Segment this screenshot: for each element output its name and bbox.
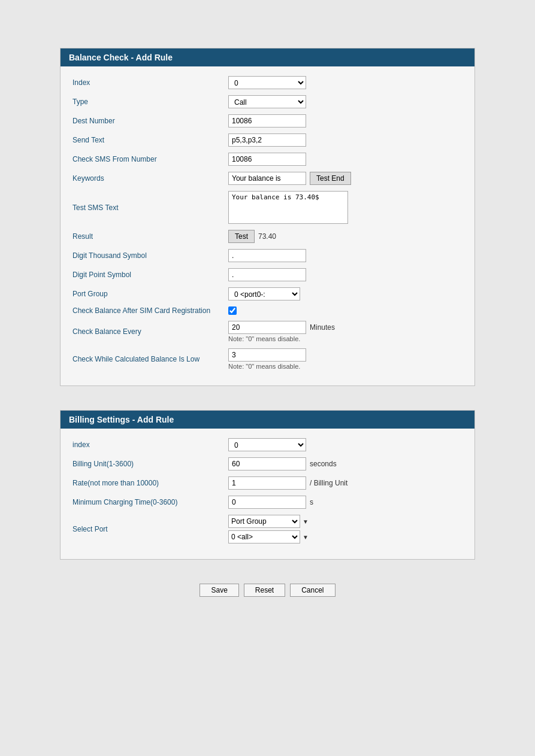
check-sms-from-row: Check SMS From Number (72, 153, 463, 166)
result-label: Result (72, 232, 228, 241)
test-sms-text-row: Test SMS Text Your balance is 73.40$ (72, 191, 463, 224)
billing-unit-controls: seconds (228, 457, 337, 470)
min-charging-controls: s (228, 496, 313, 509)
check-every-input[interactable] (228, 321, 306, 334)
check-after-sim-checkbox[interactable] (228, 306, 237, 315)
index-select[interactable]: 0 (228, 76, 306, 89)
index-row: Index 0 (72, 76, 463, 89)
cancel-button[interactable]: Cancel (290, 584, 335, 597)
billing-settings-panel: Billing Settings - Add Rule index 0 Bill… (60, 410, 475, 560)
dest-number-label: Dest Number (72, 117, 228, 125)
check-when-low-note: Note: "0" means disable. (228, 363, 306, 370)
per-billing-unit-label: / Billing Unit (310, 479, 347, 487)
send-text-input[interactable] (228, 133, 306, 147)
check-sms-from-label: Check SMS From Number (72, 155, 228, 163)
port-group-row: Port Group 0 <port0-: (72, 287, 463, 300)
check-after-sim-label: Check Balance After SIM Card Registratio… (72, 306, 228, 315)
page-wrapper: Balance Check - Add Rule Index 0 Type Ca… (0, 0, 535, 756)
keywords-label: Keywords (72, 174, 228, 183)
result-row: Result Test 73.40 (72, 230, 463, 243)
rate-input[interactable] (228, 476, 306, 490)
send-text-row: Send Text (72, 133, 463, 147)
bottom-buttons: Save Reset Cancel (60, 584, 475, 597)
test-button[interactable]: Test (228, 230, 255, 243)
port-group-label: Port Group (72, 290, 228, 298)
balance-check-panel: Balance Check - Add Rule Index 0 Type Ca… (60, 48, 475, 386)
billing-unit-label: Billing Unit(1-3600) (72, 460, 228, 468)
select-port-row: Select Port Port Group ▼ 0 <all> ▼ (72, 515, 463, 544)
billing-unit-input[interactable] (228, 457, 306, 470)
type-label: Type (72, 98, 228, 106)
reset-button[interactable]: Reset (244, 584, 285, 597)
select-port-label: Select Port (72, 525, 228, 533)
digit-thousand-input[interactable] (228, 249, 306, 262)
billing-index-select[interactable]: 0 (228, 438, 306, 451)
digit-thousand-label: Digit Thousand Symbol (72, 251, 228, 260)
min-charging-row: Minimum Charging Time(0-3600) s (72, 496, 463, 509)
billing-settings-body: index 0 Billing Unit(1-3600) seconds Rat… (61, 429, 474, 559)
billing-unit-row: Billing Unit(1-3600) seconds (72, 457, 463, 470)
result-value: 73.40 (258, 232, 276, 241)
save-button[interactable]: Save (200, 584, 238, 597)
check-when-low-label: Check While Calculated Balance Is Low (72, 355, 228, 363)
digit-point-row: Digit Point Symbol (72, 268, 463, 281)
balance-check-title: Balance Check - Add Rule (69, 53, 173, 62)
type-select[interactable]: Call SMS (228, 95, 306, 108)
keywords-controls: Test End (228, 172, 351, 185)
port-all-select[interactable]: 0 <all> (228, 530, 300, 544)
port-group-type-select[interactable]: Port Group (228, 515, 300, 528)
rate-label: Rate(not more than 10000) (72, 479, 228, 487)
keywords-input[interactable] (228, 172, 306, 185)
seconds-label: seconds (310, 460, 337, 468)
check-when-low-controls: Note: "0" means disable. (228, 348, 306, 370)
test-sms-text-input[interactable]: Your balance is 73.40$ (228, 191, 348, 224)
digit-thousand-row: Digit Thousand Symbol (72, 249, 463, 262)
index-label: Index (72, 78, 228, 87)
min-charging-label: Minimum Charging Time(0-3600) (72, 498, 228, 506)
digit-point-input[interactable] (228, 268, 306, 281)
send-text-label: Send Text (72, 136, 228, 144)
rate-row: Rate(not more than 10000) / Billing Unit (72, 476, 463, 490)
select-port-controls: Port Group ▼ 0 <all> ▼ (228, 515, 309, 544)
type-row: Type Call SMS (72, 95, 463, 108)
billing-settings-header: Billing Settings - Add Rule (61, 411, 474, 429)
check-after-sim-row: Check Balance After SIM Card Registratio… (72, 306, 463, 315)
test-end-button[interactable]: Test End (310, 172, 351, 185)
digit-point-label: Digit Point Symbol (72, 271, 228, 279)
port-group-dropdown-icon: ▼ (303, 518, 309, 525)
rate-controls: / Billing Unit (228, 476, 347, 490)
port-group-select[interactable]: 0 <port0-: (228, 287, 300, 300)
test-sms-text-label: Test SMS Text (72, 204, 228, 212)
billing-index-row: index 0 (72, 438, 463, 451)
check-every-note: Note: "0" means disable. (228, 335, 335, 342)
min-charging-input[interactable] (228, 496, 306, 509)
port-all-dropdown-icon: ▼ (303, 534, 309, 541)
check-every-row: Check Balance Every Minutes Note: "0" me… (72, 321, 463, 342)
check-when-low-input[interactable] (228, 348, 306, 362)
billing-settings-title: Billing Settings - Add Rule (69, 415, 174, 424)
billing-index-label: index (72, 441, 228, 449)
dest-number-input[interactable] (228, 114, 306, 127)
seconds-unit-label: s (310, 498, 313, 506)
balance-check-header: Balance Check - Add Rule (61, 48, 474, 66)
dest-number-row: Dest Number (72, 114, 463, 127)
check-sms-from-input[interactable] (228, 153, 306, 166)
balance-check-body: Index 0 Type Call SMS Dest Number S (61, 66, 474, 385)
keywords-row: Keywords Test End (72, 172, 463, 185)
result-controls: Test 73.40 (228, 230, 276, 243)
check-every-controls: Minutes Note: "0" means disable. (228, 321, 335, 342)
minutes-label: Minutes (310, 323, 335, 332)
check-every-label: Check Balance Every (72, 327, 228, 336)
check-when-low-row: Check While Calculated Balance Is Low No… (72, 348, 463, 370)
